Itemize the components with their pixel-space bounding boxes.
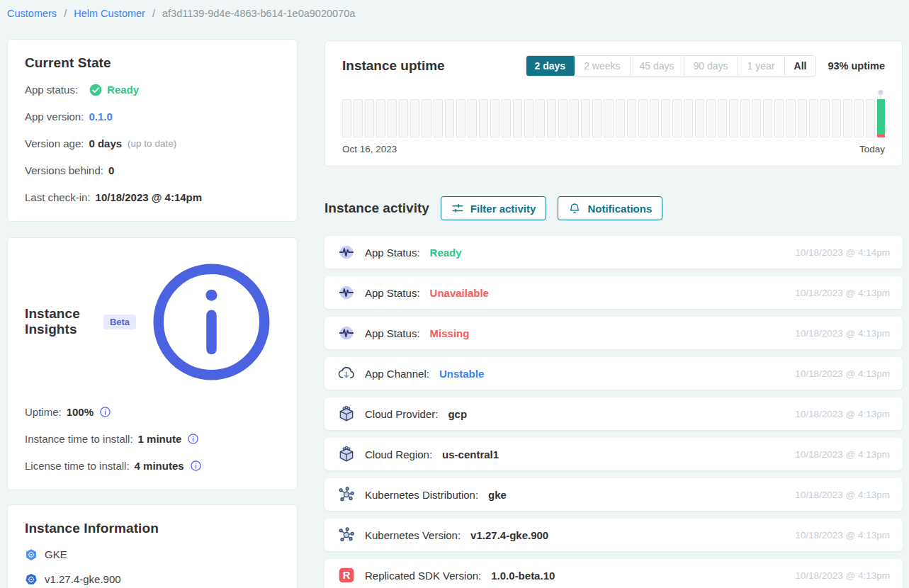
uptime-bar[interactable] (365, 99, 374, 137)
version-age-row: Version age: 0 days (up to date) (25, 136, 280, 152)
uptime-bar[interactable] (752, 99, 761, 137)
activity-label: App Status: (365, 287, 420, 299)
activity-label: App Channel: (365, 368, 429, 380)
activity-value: Missing (430, 327, 470, 339)
uptime-bar[interactable] (558, 99, 568, 137)
activity-value: us-central1 (442, 448, 499, 460)
info-icon[interactable] (99, 406, 111, 418)
uptime-bar-current[interactable] (877, 99, 885, 137)
uptime-bar[interactable] (547, 99, 556, 137)
activity-timestamp: 10/18/2023 @ 4:13pm (795, 409, 890, 419)
activity-row[interactable]: App Status:Unavailable10/18/2023 @ 4:13p… (324, 276, 903, 309)
uptime-bar[interactable] (581, 99, 590, 137)
activity-timestamp: 10/18/2023 @ 4:13pm (795, 368, 890, 379)
uptime-bar[interactable] (718, 99, 727, 137)
uptime-bar[interactable] (695, 99, 704, 137)
uptime-bar[interactable] (820, 99, 830, 137)
uptime-bar[interactable] (434, 99, 443, 137)
range-button-2-days[interactable]: 2 days (526, 55, 575, 77)
license-install-label: License time to install: (25, 458, 130, 474)
uptime-bar[interactable] (627, 99, 636, 137)
range-button-45-days[interactable]: 45 days (630, 56, 684, 76)
uptime-bar[interactable] (388, 99, 397, 137)
uptime-bar[interactable] (672, 99, 682, 137)
uptime-bar[interactable] (786, 99, 795, 137)
app-version-link[interactable]: 0.1.0 (89, 109, 112, 125)
activity-timestamp: 10/18/2023 @ 4:13pm (795, 530, 890, 541)
uptime-bar[interactable] (410, 99, 419, 137)
uptime-bar[interactable] (774, 99, 784, 137)
uptime-bar[interactable] (502, 99, 511, 137)
uptime-segment-up (877, 99, 885, 135)
uptime-bar[interactable] (843, 99, 852, 137)
uptime-row: Uptime: 100% (25, 405, 280, 420)
kubernetes-icon (25, 573, 38, 586)
bell-icon (568, 202, 581, 215)
version-age-note: (up to date) (128, 136, 176, 152)
activity-row[interactable]: App Status:Ready10/18/2023 @ 4:14pm (324, 236, 903, 268)
uptime-bar[interactable] (854, 99, 864, 137)
uptime-bar[interactable] (729, 99, 738, 137)
right-column: Instance uptime 2 days2 weeks45 days90 d… (324, 40, 903, 588)
breadcrumb-separator: / (64, 8, 67, 19)
activity-row[interactable]: Kubernetes Distribution:gke10/18/2023 @ … (324, 478, 903, 511)
uptime-bar[interactable] (866, 99, 875, 137)
uptime-bar[interactable] (513, 99, 522, 137)
breadcrumb-link-customer[interactable]: Helm Customer (74, 8, 145, 19)
activity-row[interactable]: Cloud Provider:gcp10/18/2023 @ 4:13pm (324, 397, 903, 430)
range-button-all[interactable]: All (784, 56, 816, 76)
activity-row[interactable]: App Status:Missing10/18/2023 @ 4:13pm (324, 317, 903, 349)
activity-row[interactable]: Kubernetes Version:v1.27.4-gke.90010/18/… (324, 519, 903, 551)
instance-info-text: v1.27.4-gke.900 (45, 573, 121, 585)
notifications-button[interactable]: Notifications (558, 196, 662, 220)
uptime-bar[interactable] (524, 99, 533, 137)
instance-uptime-title: Instance uptime (342, 58, 445, 74)
info-icon[interactable] (143, 254, 280, 390)
activity-timestamp: 10/18/2023 @ 4:13pm (795, 449, 890, 460)
uptime-bar[interactable] (638, 99, 648, 137)
info-icon[interactable] (190, 460, 202, 472)
activity-value: v1.27.4-gke.900 (470, 529, 548, 541)
uptime-bar[interactable] (616, 99, 625, 137)
activity-row[interactable]: RReplicated SDK Version:1.0.0-beta.1010/… (324, 559, 903, 588)
uptime-bar-chart (342, 99, 885, 137)
uptime-bar[interactable] (650, 99, 659, 137)
uptime-bar[interactable] (592, 99, 602, 137)
uptime-bar[interactable] (832, 99, 841, 137)
uptime-bar[interactable] (399, 99, 408, 137)
range-button-90-days[interactable]: 90 days (684, 56, 738, 76)
uptime-bar[interactable] (456, 99, 465, 137)
uptime-bar[interactable] (536, 99, 545, 137)
check-circle-icon (89, 83, 103, 97)
breadcrumb-link-customers[interactable]: Customers (7, 8, 57, 19)
range-button-1-year[interactable]: 1 year (738, 56, 784, 76)
uptime-bar[interactable] (604, 99, 613, 137)
activity-value: 1.0.0-beta.10 (491, 570, 555, 582)
uptime-bar[interactable] (468, 99, 477, 137)
range-button-2-weeks[interactable]: 2 weeks (574, 56, 629, 76)
uptime-bar[interactable] (354, 99, 363, 137)
uptime-bar[interactable] (809, 99, 818, 137)
activity-row[interactable]: Cloud Region:us-central110/18/2023 @ 4:1… (324, 438, 903, 470)
uptime-bar[interactable] (706, 99, 716, 137)
uptime-bar[interactable] (376, 99, 385, 137)
last-checkin-label: Last check-in: (25, 190, 91, 205)
filter-activity-button[interactable]: Filter activity (441, 196, 547, 220)
uptime-bar[interactable] (661, 99, 670, 137)
uptime-bar[interactable] (445, 99, 454, 137)
instance-info-text: GKE (45, 548, 67, 560)
uptime-bar[interactable] (479, 99, 488, 137)
uptime-bar[interactable] (422, 99, 431, 137)
info-icon[interactable] (187, 433, 199, 445)
uptime-bar[interactable] (798, 99, 807, 137)
activity-timestamp: 10/18/2023 @ 4:13pm (795, 570, 890, 581)
uptime-bar[interactable] (342, 99, 351, 137)
uptime-bar[interactable] (740, 99, 750, 137)
uptime-bar[interactable] (684, 99, 693, 137)
instance-insights-card: Instance Insights Beta Uptime: 100% Inst… (7, 237, 298, 490)
uptime-bar[interactable] (490, 99, 499, 137)
activity-row[interactable]: App Channel:Unstable10/18/2023 @ 4:13pm (324, 357, 903, 390)
package-icon (337, 445, 356, 463)
uptime-bar[interactable] (763, 99, 772, 137)
uptime-bar[interactable] (570, 99, 579, 137)
